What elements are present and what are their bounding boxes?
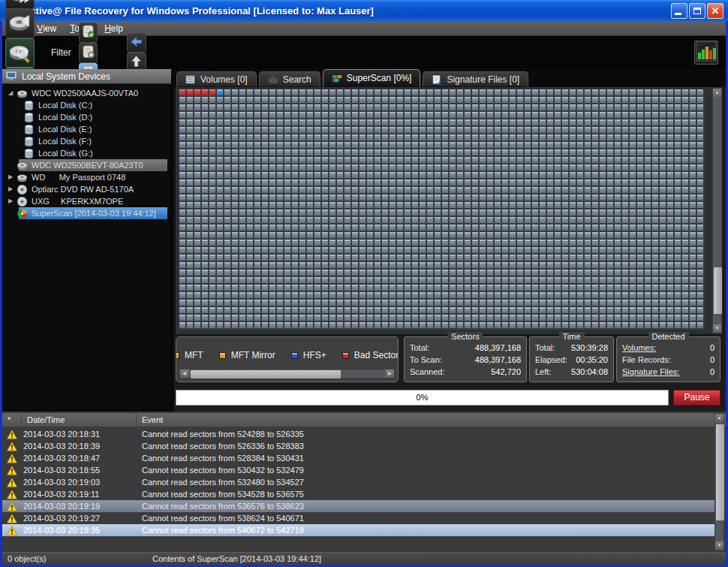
menu-bar: FileViewToolsHelp — [2, 21, 726, 36]
tree-item[interactable]: Local Disk (D:) — [2, 111, 171, 123]
tree-item[interactable]: ▶Optiarc DVD RW AD-5170A — [2, 183, 171, 195]
scroll-up-icon[interactable]: ▲ — [715, 414, 723, 422]
scan-cell-bad — [202, 89, 208, 95]
close-button[interactable]: ✕ — [707, 3, 723, 19]
minimize-button[interactable] — [671, 3, 687, 19]
tab-superscan[interactable]: SuperScan [0%] — [323, 69, 421, 86]
log-row[interactable]: 2014-03-03 20:19:35Cannot read sectors f… — [2, 524, 715, 536]
tree-item[interactable]: ◢WDC WD2500AAJS-00VTA0 — [2, 87, 171, 99]
legend-swatch — [342, 352, 349, 359]
log-scrollbar-thumb[interactable] — [716, 424, 724, 520]
maximize-button[interactable] — [689, 3, 705, 19]
log-event: Cannot read sectors from 524288 to 52633… — [137, 430, 715, 439]
log-row[interactable]: 2014-03-03 20:18:31Cannot read sectors f… — [2, 428, 715, 440]
detected-row-label[interactable]: Signature Files: — [622, 367, 679, 376]
tree-item[interactable]: WDC WD2500BEVT-80A23T0 — [2, 159, 171, 171]
expander-collapsed-icon[interactable]: ▶ — [6, 171, 15, 183]
detected-row-value: 0 — [710, 367, 714, 376]
groupbox-title: Detected — [648, 332, 688, 341]
device-tree-title: Local System Devices — [22, 71, 110, 82]
log-column-header[interactable]: * — [2, 413, 22, 427]
tree-item[interactable]: Local Disk (G:) — [2, 147, 171, 159]
tab-volumes[interactable]: Volumes [0] — [176, 71, 257, 86]
grid-vertical-scrollbar[interactable]: ▲ ▼ — [712, 88, 722, 333]
legend-item: MFT Mirror — [219, 350, 275, 360]
monitor-icon — [5, 71, 18, 82]
scroll-left-icon[interactable]: ◀ — [180, 369, 188, 378]
warning-icon — [2, 430, 22, 439]
log-row[interactable]: 2014-03-03 20:18:55Cannot read sectors f… — [2, 464, 715, 476]
cd-icon — [15, 184, 28, 195]
tree-item[interactable]: ▶UXG KPERKXM7OPE — [2, 195, 171, 207]
log-event: Cannot read sectors from 534528 to 53657… — [137, 490, 715, 499]
warning-icon — [2, 490, 22, 499]
log-row[interactable]: 2014-03-03 20:19:27Cannot read sectors f… — [2, 512, 715, 524]
legend-label: MFT Mirror — [231, 350, 275, 360]
volume-icon — [22, 100, 35, 111]
back-button[interactable] — [127, 33, 146, 53]
scroll-up-icon[interactable]: ▲ — [713, 89, 721, 97]
tab-search[interactable]: Search — [259, 71, 320, 86]
expander-collapsed-icon[interactable]: ▶ — [6, 195, 15, 207]
log-row[interactable]: 2014-03-03 20:18:47Cannot read sectors f… — [2, 452, 715, 464]
log-column-header[interactable]: Date/Time — [22, 413, 137, 427]
filter-exclude-button[interactable] — [79, 43, 98, 63]
log-row[interactable]: 2014-03-03 20:19:19Cannot read sectors f… — [2, 500, 715, 512]
detected-row-value: 0 — [710, 343, 714, 352]
filter-include-button[interactable] — [79, 23, 98, 43]
tree-item[interactable]: Local Disk (E:) — [2, 123, 171, 135]
resume-scan-button[interactable] — [5, 0, 35, 9]
grid-scrollbar-thumb[interactable] — [714, 267, 722, 314]
status-context: Contents of SuperScan [2014-03-03 19:44:… — [152, 554, 321, 563]
expander-expanded-icon[interactable]: ◢ — [6, 87, 15, 99]
window-title: Active@ File Recovery for Windows Profes… — [23, 5, 374, 17]
log-column-header[interactable]: Event — [137, 413, 726, 427]
scan-cell-bad — [187, 89, 193, 95]
log-datetime: 2014-03-03 20:19:19 — [22, 502, 137, 511]
minimize-icon — [675, 13, 681, 15]
tab-signature-files[interactable]: Signature Files [0] — [423, 71, 528, 86]
recover-button[interactable] — [5, 9, 35, 38]
tree-item-label: Local Disk (F:) — [38, 137, 92, 146]
log-row[interactable]: 2014-03-03 20:19:11Cannot read sectors f… — [2, 488, 715, 500]
detected-row-label[interactable]: Volumes: — [622, 343, 656, 352]
scroll-right-icon[interactable]: ▶ — [386, 369, 394, 378]
menu-view[interactable]: View — [30, 22, 63, 35]
scroll-check-icon — [81, 24, 95, 41]
tree-item[interactable]: SuperScan [2014-03-03 19:44:12] — [2, 207, 171, 219]
tab-label: Search — [283, 74, 311, 85]
scroll-down-icon[interactable]: ▼ — [713, 324, 721, 333]
time-row-label: Total: — [535, 343, 555, 352]
tree-item[interactable]: Local Disk (F:) — [2, 135, 171, 147]
log-datetime: 2014-03-03 20:19:27 — [22, 514, 137, 523]
legend-horizontal-scrollbar[interactable]: ◀ ▶ — [179, 369, 395, 379]
scroll-down-icon[interactable]: ▼ — [715, 541, 723, 550]
tree-item-label: Optiarc DVD RW AD-5170A — [32, 185, 134, 194]
pause-button[interactable]: Pause — [673, 390, 720, 406]
log-row[interactable]: 2014-03-03 20:18:39Cannot read sectors f… — [2, 440, 715, 452]
log-vertical-scrollbar[interactable]: ▲ ▼ — [714, 413, 724, 550]
legend-swatch — [176, 352, 179, 359]
expander-collapsed-icon[interactable]: ▶ — [6, 183, 15, 195]
scan-cell-bad — [194, 89, 200, 95]
legend-box: MFTMFT MirrorHFS+Bad Sectors ◀ ▶ — [176, 336, 399, 382]
tree-item[interactable]: ▶WD My Passport 0748 — [2, 171, 171, 183]
legend-scrollbar-thumb[interactable] — [191, 370, 341, 379]
scan-grid[interactable] — [179, 89, 705, 330]
tree-item-label: Local Disk (G:) — [38, 149, 93, 158]
tree-item-label: SuperScan [2014-03-03 19:44:12] — [32, 209, 156, 218]
time-row-label: Elapsed: — [535, 355, 567, 364]
quickscan-button[interactable] — [5, 38, 35, 68]
time-groupbox: TimeTotal:530:39:28Elapsed:00:35:20Left:… — [529, 336, 614, 382]
warning-icon — [2, 526, 22, 535]
title-bar[interactable]: Active@ File Recovery for Windows Profes… — [0, 0, 728, 21]
log-event: Cannot read sectors from 536576 to 53862… — [137, 502, 715, 511]
tree-item[interactable]: Local Disk (C:) — [2, 99, 171, 111]
event-log-button[interactable] — [694, 41, 718, 65]
quickscan-icon — [8, 40, 32, 66]
scan-grid-zone: ▲ ▼ — [175, 86, 723, 335]
legend-label: Bad Sectors — [354, 350, 399, 360]
log-datetime: 2014-03-03 20:18:31 — [22, 430, 137, 439]
log-row[interactable]: 2014-03-03 20:19:03Cannot read sectors f… — [2, 476, 715, 488]
legend-item: MFT — [176, 350, 203, 360]
